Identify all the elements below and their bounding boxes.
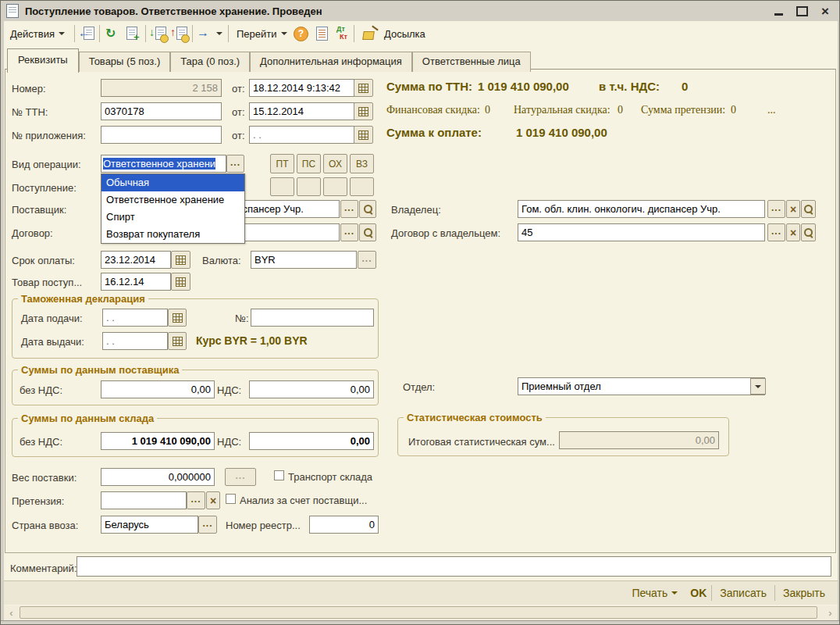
refresh-button[interactable]: ↻	[102, 24, 122, 43]
search-button[interactable]	[801, 200, 816, 218]
goods-received-input[interactable]: 16.12.14	[101, 273, 171, 291]
ellipsis-button[interactable]: ...	[767, 223, 785, 241]
title-bar[interactable]: Поступление товаров. Ответственное хране…	[1, 1, 839, 21]
print-button[interactable]: Печать	[624, 584, 685, 602]
dropdown-item[interactable]: Обычная	[101, 174, 244, 191]
dropdown-item[interactable]: Ответственное хранение	[101, 191, 244, 209]
warehouse-vat-input[interactable]: 0,00	[249, 432, 374, 450]
search-button[interactable]	[359, 200, 376, 218]
owner-input[interactable]: Гом. обл. клин. онкологич. диспансер Учр…	[518, 200, 765, 218]
go-button[interactable]: →	[196, 24, 224, 43]
blank-button[interactable]	[323, 177, 347, 196]
combo-dropdown-button[interactable]	[750, 378, 766, 395]
actions-menu-button[interactable]: Действия	[5, 25, 69, 42]
calendar-button[interactable]	[354, 79, 373, 97]
ellipsis-button[interactable]: ...	[226, 155, 244, 173]
tab-dop-info[interactable]: Дополнительная информация	[250, 52, 412, 72]
help-button[interactable]: ?	[291, 24, 311, 43]
search-button[interactable]	[359, 223, 376, 241]
clear-button[interactable]: ×	[786, 223, 800, 241]
customs-issue-input[interactable]: . .	[102, 332, 168, 350]
calendar-button[interactable]	[171, 251, 190, 269]
save-button[interactable]: Записать	[712, 584, 774, 602]
ellipsis-button[interactable]: ...	[340, 223, 358, 241]
close-form-button[interactable]: Закрыть	[775, 584, 833, 602]
supplier-novat-input[interactable]: 0,00	[101, 380, 215, 398]
calendar-button[interactable]	[354, 126, 373, 144]
close-button[interactable]: ×	[817, 3, 833, 19]
number-date-input[interactable]: 18.12.2014 9:13:42	[249, 79, 354, 97]
post-document-button[interactable]: ↓	[149, 24, 169, 43]
scroll-left-arrow[interactable]: ‹	[5, 606, 17, 620]
ok-button[interactable]: OK	[685, 584, 711, 602]
magnifier-icon	[803, 227, 813, 238]
copy-document-button[interactable]: +	[123, 24, 143, 43]
tab-rekvizity[interactable]: Реквизиты	[7, 48, 79, 73]
tab-tara[interactable]: Тара (0 поз.)	[170, 52, 250, 72]
calendar-button[interactable]	[354, 102, 373, 120]
ellipsis-button[interactable]: ...	[225, 468, 256, 486]
annex-date-input[interactable]: . .	[249, 126, 354, 144]
op-button-oh[interactable]: ОХ	[323, 154, 347, 173]
operation-kind-input[interactable]: Ответственное хранени	[101, 155, 226, 173]
selected-text: Ответственное хранени	[103, 158, 215, 170]
registry-number-input[interactable]: 0	[309, 516, 379, 534]
weight-input[interactable]: 0,000000	[101, 468, 215, 486]
op-button-vz[interactable]: ВЗ	[350, 154, 374, 173]
customs-number-input[interactable]	[251, 309, 374, 327]
dtkt-button[interactable]: ДтКт	[333, 24, 353, 43]
dropdown-item[interactable]: Возврат покупателя	[101, 226, 244, 243]
customs-filing-input[interactable]: . .	[102, 309, 168, 327]
clear-button[interactable]: ×	[206, 491, 220, 509]
ellipsis-button[interactable]: ...	[358, 251, 376, 269]
register-report-icon	[316, 27, 328, 41]
calendar-button[interactable]	[171, 273, 190, 291]
search-button[interactable]	[801, 223, 816, 241]
number-input[interactable]: 2 158	[101, 79, 222, 97]
tab-tovary[interactable]: Товары (5 поз.)	[79, 52, 171, 72]
ttn-input[interactable]: 0370178	[101, 102, 222, 120]
scrollbar-thumb[interactable]	[20, 606, 817, 619]
goto-menu-button[interactable]: Перейти	[232, 25, 292, 42]
scroll-right-arrow[interactable]: ›	[824, 606, 836, 620]
analysis-checkbox[interactable]	[226, 494, 236, 504]
tab-otvetstvennye[interactable]: Ответственные лица	[412, 52, 531, 72]
currency-input[interactable]: BYR	[251, 251, 357, 269]
dosylka-button[interactable]: Досылка	[357, 25, 430, 42]
supplier-vat-input[interactable]: 0,00	[249, 380, 374, 398]
dropdown-item[interactable]: Спирт	[101, 209, 244, 226]
ttn-date-input[interactable]: 15.12.2014	[249, 102, 354, 120]
due-date-input[interactable]: 23.12.2014	[101, 251, 171, 269]
ellipsis-button[interactable]: ...	[187, 491, 205, 509]
warehouse-novat-input[interactable]: 1 019 410 090,00	[101, 432, 215, 450]
ellipsis-button[interactable]: ...	[340, 200, 358, 218]
calendar-button[interactable]	[168, 309, 187, 327]
country-input[interactable]: Беларусь	[101, 516, 198, 534]
transport-checkbox[interactable]	[274, 470, 284, 480]
annex-input[interactable]	[101, 126, 222, 144]
horizontal-scrollbar[interactable]: ‹ ›	[4, 605, 838, 620]
country-label: Страна ввоза:	[12, 520, 78, 531]
maximize-button[interactable]	[794, 3, 810, 19]
blank-button[interactable]	[270, 177, 294, 196]
department-combo[interactable]: Приемный отдел	[518, 377, 765, 395]
claim-input[interactable]	[101, 491, 187, 509]
ellipsis-button[interactable]: ...	[198, 516, 217, 534]
registers-button[interactable]	[312, 24, 332, 43]
stat-cost-input[interactable]: 0,00	[559, 431, 719, 449]
minimize-button[interactable]	[771, 3, 786, 19]
window-bottom-frame	[1, 620, 840, 625]
post-and-close-button[interactable]: ←	[77, 24, 97, 43]
comment-input[interactable]	[77, 556, 831, 577]
op-button-ps[interactable]: ПС	[297, 154, 321, 173]
op-button-pt[interactable]: ПТ	[270, 154, 294, 173]
ellipsis-button[interactable]: ...	[767, 200, 785, 218]
blank-button[interactable]	[297, 177, 321, 196]
owner-contract-input[interactable]: 45	[518, 223, 765, 241]
claim-more-button[interactable]: ...	[767, 104, 776, 116]
calendar-button[interactable]	[168, 332, 187, 350]
unpost-document-button[interactable]: ↑	[170, 24, 190, 43]
clear-button[interactable]: ×	[786, 200, 800, 218]
blank-button[interactable]	[350, 177, 374, 196]
magnifier-icon	[363, 227, 373, 238]
